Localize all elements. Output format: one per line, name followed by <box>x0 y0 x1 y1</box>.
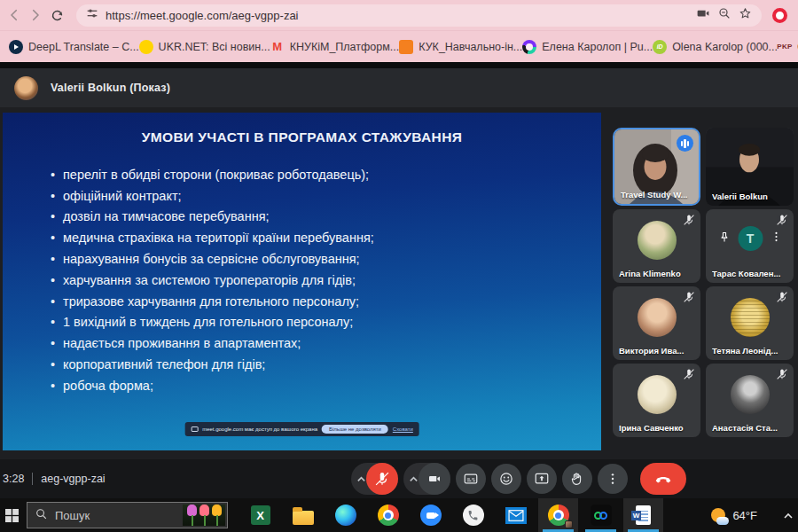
screen-icon <box>191 426 198 432</box>
participant-tile-taras[interactable]: T Тарас Ковален... <box>706 209 794 283</box>
meeting-info: 3:28 aeg-vgpp-zai <box>3 473 106 485</box>
hide-notice-link[interactable]: Сховати <box>393 426 413 432</box>
clock-time: 3:28 <box>3 473 24 485</box>
presenter-banner: Valerii Bolkun (Показ) <box>0 68 798 107</box>
mic-off-icon <box>683 368 695 380</box>
participant-tile-anastasiia[interactable]: Анастасія Ста... <box>706 364 794 437</box>
windows-taskbar: Пошук X <box>0 498 798 532</box>
zoom-app-icon <box>420 505 442 526</box>
more-options-button[interactable] <box>598 464 628 494</box>
camera-permission-icon[interactable] <box>695 5 711 25</box>
slide-bullet: переліт в обидві сторони (покриває робот… <box>51 164 591 185</box>
tulip-icon <box>212 505 222 526</box>
taskbar-weather[interactable]: 64°F <box>711 498 757 532</box>
taskbar-edge[interactable] <box>325 498 365 532</box>
meet-stage: Valerii Bolkun (Показ) УМОВИ УЧАСТІ В ПР… <box>0 62 798 459</box>
participant-tile-arina[interactable]: Arina Klimenko <box>613 209 700 283</box>
url-text[interactable]: https://meet.google.com/aeg-vgpp-zai <box>106 9 689 22</box>
bookmark-karolop[interactable]: Елена Каролоп | Pu... <box>522 40 653 54</box>
slide-bullet: дозвіл на тимчасове перебування; <box>51 207 591 228</box>
bookmark-label: Елена Каролоп | Pu... <box>542 41 653 53</box>
participant-name: Arina Klimenko <box>619 269 697 278</box>
page-top-strip <box>0 62 798 68</box>
slide-bullet: офіційний контракт; <box>51 185 591 207</box>
bookmark-ukrnet[interactable]: UKR.NET: Всі новин... <box>139 40 270 54</box>
bookmark-knukim[interactable]: M КНУКіМ_Платформ... <box>270 40 400 54</box>
avatar <box>731 375 770 414</box>
participant-tile-travel-study[interactable]: Travel Study W... <box>613 128 700 206</box>
avatar-letter: T <box>738 226 763 251</box>
more-options-icon[interactable] <box>770 231 782 246</box>
mail-icon <box>505 507 527 524</box>
camera-button[interactable] <box>419 463 450 495</box>
back-icon[interactable] <box>4 4 25 26</box>
forward-icon[interactable] <box>25 4 46 26</box>
participant-tile-iryna[interactable]: Ірина Савченко <box>613 364 700 437</box>
start-button[interactable] <box>0 498 23 532</box>
slide-bullet: робоча форма; <box>51 375 591 396</box>
opera-extension-icon[interactable] <box>772 8 787 23</box>
folder-icon <box>293 511 314 525</box>
zoom-page-icon[interactable] <box>717 6 732 24</box>
divider <box>32 473 33 485</box>
reactions-button[interactable] <box>491 464 521 494</box>
mic-control-group <box>351 463 398 495</box>
bookmark-deepl[interactable]: DeepL Translate – C... <box>9 40 139 54</box>
taskbar-word[interactable]: W <box>623 498 663 532</box>
screen-share-notice: meet.google.com має доступ до вашого екр… <box>184 422 419 436</box>
taskbar-mail[interactable] <box>496 498 536 532</box>
taskbar-file-explorer[interactable] <box>283 498 323 532</box>
deepl-icon <box>9 40 23 54</box>
stop-sharing-button[interactable]: Більше не дозволяти <box>322 425 388 434</box>
bookmark-kuk[interactable]: КУК_Навчально-ін... <box>399 40 522 54</box>
address-bar[interactable]: https://meet.google.com/aeg-vgpp-zai <box>76 4 762 27</box>
avatar <box>731 298 770 337</box>
captions-button[interactable] <box>456 464 486 494</box>
kuk-icon <box>399 40 413 54</box>
presenter-avatar <box>14 76 38 100</box>
end-call-button[interactable] <box>640 463 686 495</box>
participant-tile-viktoria[interactable]: Виктория Ива... <box>613 286 700 360</box>
share-notice-text: meet.google.com має доступ до вашого екр… <box>202 426 317 432</box>
mic-muted-button[interactable] <box>366 463 398 495</box>
taskbar-excel[interactable]: X <box>240 498 280 532</box>
camera-options-chevron-icon[interactable] <box>408 475 419 482</box>
pin-icon[interactable] <box>717 231 731 247</box>
shared-slide: УМОВИ УЧАСТІ В ПРОГРАМАХ СТАЖУВАННЯ пере… <box>3 113 601 450</box>
mic-options-chevron-icon[interactable] <box>356 475 366 482</box>
gmail-icon: M <box>270 40 285 54</box>
taskbar-chrome-active[interactable] <box>538 498 578 532</box>
avatar <box>638 298 677 337</box>
reload-icon[interactable] <box>46 4 67 26</box>
participant-tile-tetiana[interactable]: Тетяна Леонід... <box>706 286 794 360</box>
raise-hand-button[interactable] <box>562 464 592 494</box>
taskbar-zoom[interactable] <box>411 498 450 532</box>
site-settings-icon[interactable] <box>85 6 99 24</box>
orcid-icon: iD <box>653 40 667 54</box>
browser-toolbar: https://meet.google.com/aeg-vgpp-zai <box>0 0 798 30</box>
avatar <box>638 375 677 414</box>
bookmark-star-icon[interactable] <box>738 6 753 25</box>
participant-name: Тетяна Леонід... <box>712 346 790 356</box>
bookmark-internship[interactable]: PKP Стажування за кор... <box>778 40 798 54</box>
taskbar-whatsapp[interactable] <box>453 498 493 532</box>
search-icon <box>35 507 48 524</box>
tray-expand-chevron-icon[interactable] <box>778 498 798 532</box>
taskbar-webex[interactable] <box>581 498 621 532</box>
participant-tile-valerii[interactable]: Valerii Bolkun <box>706 128 794 206</box>
window-thumbnail <box>565 520 573 528</box>
bookmark-orcid[interactable]: iD Olena Karolop (000... <box>653 40 778 54</box>
camera-control-group <box>403 463 450 495</box>
taskbar-search-box[interactable]: Пошук <box>27 502 228 528</box>
search-highlight-image[interactable] <box>183 505 225 526</box>
weather-temp: 64°F <box>732 509 757 522</box>
presenter-name: Valerii Bolkun (Показ) <box>51 82 170 94</box>
present-screen-button[interactable] <box>527 464 557 494</box>
mic-off-icon <box>776 214 788 226</box>
taskbar-chrome[interactable] <box>368 498 408 532</box>
slide-bullet: медична страхівка на території країни пе… <box>51 227 591 248</box>
screen: { "browser": { "url": "https://meet.goog… <box>0 0 798 532</box>
bookmark-label: Olena Karolop (000... <box>672 41 778 53</box>
slide-bullet: триразове харчування для готельного перс… <box>51 291 591 312</box>
mic-off-icon <box>683 291 695 303</box>
